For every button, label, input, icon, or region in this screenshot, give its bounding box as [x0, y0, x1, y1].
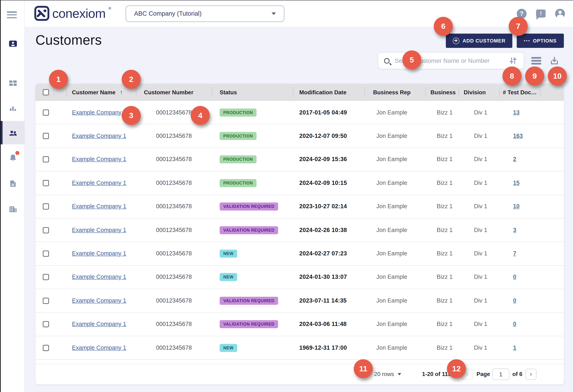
- options-button[interactable]: OPTIONS: [517, 34, 564, 48]
- column-header-customer-name[interactable]: Customer Name ↑: [72, 84, 123, 101]
- customer-name-link[interactable]: Example Company 1: [72, 274, 126, 281]
- customer-number: 00012345678: [156, 227, 192, 233]
- row-checkbox[interactable]: [43, 250, 49, 257]
- status-badge: PRODUCTION: [219, 108, 257, 116]
- filter-sliders-icon[interactable]: [508, 56, 518, 66]
- test-docs-link[interactable]: 7: [513, 250, 516, 257]
- density-list-icon[interactable]: [531, 57, 541, 65]
- test-docs-link[interactable]: 13: [513, 109, 519, 116]
- table-row[interactable]: Example Company 1 00012345678 PRODUCTION…: [36, 124, 564, 148]
- test-docs-link[interactable]: 0: [513, 274, 516, 281]
- table-row[interactable]: Example Company 1 00012345678 VALIDATION…: [36, 289, 564, 313]
- conexiom-logo: conexiom ®: [34, 6, 111, 21]
- chevron-down-icon: [398, 373, 401, 375]
- customer-number: 00012345678: [156, 203, 192, 210]
- column-header-business[interactable]: Business: [430, 84, 456, 101]
- table-row[interactable]: Example Company 1 00012345678 PRODUCTION…: [36, 172, 564, 195]
- division: Div 1: [474, 274, 487, 281]
- add-customer-button[interactable]: ADD CUSTOMER: [446, 34, 512, 48]
- modification-date: 1969-12-31 17:00: [299, 344, 347, 351]
- business: Bizz 1: [437, 203, 453, 210]
- business: Bizz 1: [437, 133, 453, 139]
- account-icon[interactable]: [555, 9, 565, 19]
- row-checkbox[interactable]: [43, 227, 49, 233]
- rows-per-page-dropdown[interactable]: 20 rows: [374, 371, 401, 378]
- customer-name-link[interactable]: Example Company 1: [72, 298, 126, 304]
- table-row[interactable]: Example Company 1 00012345678 PRODUCTION…: [36, 101, 564, 124]
- customer-name-link[interactable]: Example Company 1: [72, 227, 126, 233]
- row-checkbox[interactable]: [43, 133, 49, 139]
- table-row[interactable]: Example Company 1 00012345678 VALIDATION…: [36, 218, 564, 242]
- row-checkbox[interactable]: [43, 345, 49, 351]
- column-header-test-docs[interactable]: # Test Doc…: [503, 84, 537, 101]
- menu-hamburger-icon[interactable]: [7, 11, 17, 20]
- page-number-input[interactable]: [492, 369, 509, 380]
- row-checkbox[interactable]: [43, 204, 49, 210]
- table-row[interactable]: Example Company 1 00012345678 NEW 1969-1…: [36, 336, 564, 360]
- division: Div 1: [474, 180, 487, 186]
- column-header-modification-date[interactable]: Modification Date: [299, 84, 346, 101]
- customer-name-link[interactable]: Example Company 1: [72, 203, 126, 210]
- download-icon[interactable]: [549, 56, 559, 66]
- test-docs-link[interactable]: 0: [513, 298, 516, 304]
- column-header-division[interactable]: Division: [464, 84, 486, 101]
- test-docs-link[interactable]: 1: [513, 344, 516, 351]
- test-docs-link[interactable]: 163: [513, 133, 523, 139]
- sidebar-item-notifications[interactable]: [1, 146, 25, 170]
- customer-name-link[interactable]: Example Company 1: [72, 321, 126, 328]
- feedback-icon[interactable]: !: [536, 9, 546, 18]
- customer-name-link[interactable]: Example Company 1: [72, 133, 126, 139]
- row-checkbox[interactable]: [43, 156, 49, 163]
- row-checkbox[interactable]: [43, 274, 49, 280]
- topbar-actions: ? !: [517, 9, 565, 19]
- test-docs-link[interactable]: 15: [513, 180, 519, 186]
- business: Bizz 1: [437, 298, 453, 304]
- modification-date: 2017-01-05 04:49: [299, 109, 347, 116]
- sidebar-item-dashboard[interactable]: [1, 71, 25, 95]
- test-docs-link[interactable]: 10: [513, 203, 519, 210]
- table-row[interactable]: Example Company 1 00012345678 VALIDATION…: [36, 195, 564, 218]
- customer-name-link[interactable]: Example Company 1: [72, 250, 126, 257]
- status-badge: VALIDATION REQUIRED: [219, 226, 278, 234]
- table-row[interactable]: Example Company 1 00012345678 VALIDATION…: [36, 313, 564, 336]
- row-checkbox[interactable]: [43, 321, 49, 327]
- row-checkbox[interactable]: [43, 180, 49, 186]
- customer-name-link[interactable]: Example Company 1: [72, 344, 126, 351]
- customer-name-link[interactable]: Example Company 1: [72, 109, 126, 116]
- table-row[interactable]: Example Company 1 00012345678 NEW 2024-0…: [36, 242, 564, 266]
- table-row[interactable]: Example Company 1 00012345678 NEW 2024-0…: [36, 266, 564, 289]
- sidebar-item-company[interactable]: [1, 197, 25, 220]
- modification-date: 2024-02-09 15:36: [299, 156, 347, 163]
- row-checkbox[interactable]: [43, 109, 49, 116]
- status-badge: PRODUCTION: [219, 156, 257, 164]
- annotation-circle-9: 9: [525, 67, 544, 86]
- customer-name-link[interactable]: Example Company 1: [72, 180, 126, 186]
- test-docs-link[interactable]: 0: [513, 321, 516, 328]
- sidebar-item-analytics[interactable]: [1, 96, 25, 120]
- next-page-button[interactable]: ›: [525, 369, 537, 380]
- column-header-business-rep[interactable]: Business Rep: [373, 84, 411, 101]
- search-input[interactable]: Search Customer Name or Number: [378, 52, 524, 69]
- sidebar-item-customers[interactable]: [1, 121, 25, 144]
- test-docs-link[interactable]: 3: [513, 227, 516, 233]
- sort-ascending-icon[interactable]: ↑: [120, 89, 123, 96]
- test-docs-link[interactable]: 2: [513, 156, 516, 163]
- modification-date: 2024-02-26 10:38: [299, 227, 347, 233]
- modification-date: 2024-02-09 10:15: [299, 180, 347, 186]
- status-badge: PRODUCTION: [219, 132, 257, 140]
- sidebar-item-documents[interactable]: [1, 172, 25, 195]
- business: Bizz 1: [437, 227, 453, 233]
- column-header-status[interactable]: Status: [219, 84, 237, 101]
- select-all-checkbox[interactable]: [43, 89, 49, 95]
- row-checkbox[interactable]: [43, 298, 49, 304]
- table-header-row: Customer Name ↑ Customer Number Status M…: [36, 84, 564, 101]
- company-selector-dropdown[interactable]: ABC Company (Tutorial): [126, 5, 284, 22]
- column-header-customer-number[interactable]: Customer Number: [144, 84, 194, 101]
- annotation-circle-8: 8: [502, 67, 521, 86]
- options-label: OPTIONS: [533, 38, 557, 43]
- table-row[interactable]: Example Company 1 00012345678 PRODUCTION…: [36, 148, 564, 172]
- sidebar-item-contact-card[interactable]: [1, 32, 25, 55]
- customer-number: 00012345678: [156, 180, 192, 186]
- customer-name-link[interactable]: Example Company 1: [72, 156, 126, 163]
- business-rep: Jon Eample: [376, 133, 407, 139]
